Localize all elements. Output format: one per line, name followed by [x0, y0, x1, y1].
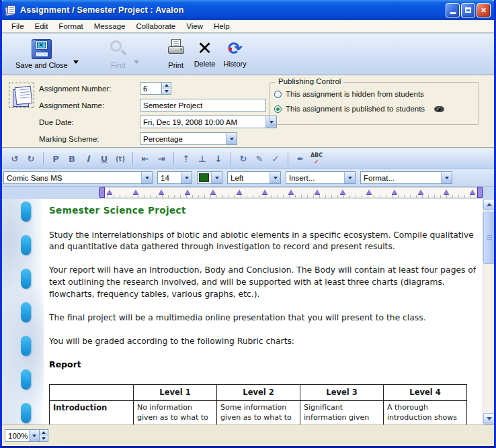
undo-icon[interactable]: ↺	[7, 151, 22, 166]
delete-button[interactable]: ✕ Delete	[190, 38, 220, 69]
marking-scheme-label: Marking Scheme:	[39, 135, 140, 143]
insert-dropdown-arrow-icon[interactable]	[344, 172, 355, 183]
ruler-row	[2, 187, 494, 199]
paragraph-icon[interactable]: P	[48, 151, 63, 166]
zoom-level-dropdown[interactable]: 100%	[5, 429, 40, 442]
font-family-dropdown-arrow-icon[interactable]	[141, 172, 152, 183]
ruler[interactable]	[101, 187, 481, 198]
title-bar: Assignment / Semester Project : Avalon ✕	[0, 0, 496, 20]
menu-collaborate[interactable]: Collaborate	[130, 21, 181, 32]
find-icon	[108, 39, 128, 59]
spellcheck-icon[interactable]: ABC ✓	[309, 151, 324, 166]
vertical-scrollbar[interactable]	[483, 199, 494, 424]
eye-icon	[434, 106, 444, 112]
font-color-swatch	[199, 173, 209, 182]
status-bar: 100%	[2, 424, 494, 446]
signature-icon[interactable]: ✒	[293, 151, 308, 166]
assignment-number-field[interactable]: 6	[140, 82, 162, 95]
ruler-right-stop-icon[interactable]	[477, 187, 483, 198]
pencil-icon[interactable]: ✎	[252, 151, 267, 166]
table-cell: No information given as to what to expec…	[134, 401, 217, 424]
table-header-cell: Level 4	[384, 385, 467, 401]
assignment-icon	[9, 83, 34, 108]
scroll-down-icon[interactable]	[483, 413, 494, 424]
menu-file[interactable]: File	[6, 21, 30, 32]
save-dropdown-arrow-icon[interactable]	[73, 60, 79, 64]
italic-icon[interactable]: I	[81, 151, 95, 166]
radio-published-option[interactable]: This assignment is published to students	[274, 105, 444, 113]
insert-dropdown[interactable]: Insert...	[286, 171, 356, 184]
stationery-margin	[2, 199, 44, 424]
app-icon	[5, 5, 17, 16]
due-date-dropdown[interactable]: Fri, Dec 19, 2008 10:00 AM	[140, 116, 277, 128]
application-window: Assignment / Semester Project : Avalon ✕…	[0, 0, 496, 448]
main-toolbar: ✕ Save and Close Find Print ✕ Delete ⟳ H…	[2, 33, 494, 75]
print-button[interactable]: Print	[162, 38, 190, 71]
indent-icon[interactable]: ⇥	[154, 151, 169, 166]
close-button[interactable]: ✕	[477, 3, 491, 17]
rubric-table: Level 1 Level 2 Level 3 Level 4 Introduc…	[49, 384, 467, 424]
due-date-label: Due Date:	[39, 118, 140, 126]
baseline-icon[interactable]: ⊥	[195, 151, 210, 166]
table-cell: Significant information given reader is …	[300, 401, 384, 424]
menu-help[interactable]: Help	[208, 21, 235, 32]
maximize-button[interactable]	[461, 3, 475, 17]
alignment-dropdown-arrow-icon[interactable]	[270, 172, 280, 183]
underline-icon[interactable]: U	[97, 151, 112, 166]
marking-scheme-dropdown[interactable]: Percentage	[140, 132, 237, 145]
document-heading: Semester Science Project	[49, 204, 478, 218]
marking-scheme-dropdown-arrow-icon[interactable]	[226, 133, 237, 144]
document-body[interactable]: Semester Science Project Study the inter…	[44, 199, 482, 424]
move-down-icon[interactable]: ↓	[211, 151, 226, 166]
find-dropdown-arrow-icon[interactable]	[134, 60, 139, 64]
font-color-dropdown[interactable]	[197, 171, 222, 184]
radio-selected-icon[interactable]	[274, 105, 282, 113]
minimize-button[interactable]	[446, 3, 460, 17]
redo-icon[interactable]: ↻	[24, 151, 38, 166]
table-header-cell	[50, 385, 134, 401]
font-controls-row: Comic Sans MS 14 Left Insert... Format..…	[2, 169, 494, 187]
ruler-left-stop-icon[interactable]	[99, 187, 105, 198]
outdent-icon[interactable]: ⇤	[138, 151, 153, 166]
history-button[interactable]: ⟳ History	[219, 38, 250, 69]
document-paragraph: Your report will have an Introduction, B…	[49, 265, 478, 300]
zoom-spinner[interactable]	[40, 429, 48, 442]
alignment-dropdown[interactable]: Left	[227, 171, 281, 184]
document-paragraph: You will be graded according to the foll…	[49, 336, 478, 348]
menu-bar: File Edit Format Message Collaborate Vie…	[2, 20, 494, 33]
font-size-dropdown[interactable]: 14	[157, 171, 192, 184]
formatting-toolbar: ↺ ↻ P B I U (t) ⇤ ⇥ ⇡ ⊥ ↓ ↻ ✎ ✓ ✒ ABC ✓	[2, 148, 494, 169]
font-size-dropdown-arrow-icon[interactable]	[181, 172, 192, 183]
space-above-icon[interactable]: ⇡	[179, 151, 194, 166]
document-editor[interactable]: Semester Science Project Study the inter…	[2, 199, 494, 424]
assignment-number-label: Assignment Number:	[39, 85, 140, 93]
font-family-dropdown[interactable]: Comic Sans MS	[3, 171, 153, 184]
radio-hidden-option[interactable]: This assignment is hidden from students	[274, 90, 424, 98]
save-and-close-button[interactable]: ✕ Save and Close	[11, 38, 72, 71]
radio-unselected-icon[interactable]	[274, 91, 282, 98]
menu-format[interactable]: Format	[53, 21, 88, 32]
assignment-name-field[interactable]	[140, 99, 266, 111]
accept-icon[interactable]: ✓	[268, 151, 283, 166]
citation-icon[interactable]: (t)	[113, 151, 128, 166]
refresh-icon[interactable]: ↻	[236, 151, 251, 166]
document-section-heading: Report	[49, 359, 478, 371]
format-dropdown[interactable]: Format...	[360, 171, 452, 184]
zoom-dropdown-arrow-icon[interactable]	[29, 430, 39, 441]
scroll-up-icon[interactable]	[483, 199, 494, 210]
bold-icon[interactable]: B	[65, 151, 79, 166]
scrollbar-thumb[interactable]	[483, 212, 494, 264]
menu-message[interactable]: Message	[89, 21, 131, 32]
format-dropdown-arrow-icon[interactable]	[441, 172, 452, 183]
publishing-control-legend: Publishing Control	[276, 77, 343, 85]
table-cell: A thorough introduction shows that the w…	[384, 401, 467, 424]
font-color-dropdown-arrow-icon[interactable]	[211, 172, 222, 183]
menu-edit[interactable]: Edit	[30, 21, 54, 32]
find-button[interactable]: Find	[104, 38, 132, 71]
menu-view[interactable]: View	[181, 21, 208, 32]
assignment-number-spinner[interactable]	[162, 82, 171, 95]
assignment-form: Assignment Number: 6 Assignment Name: Du…	[2, 76, 494, 148]
table-row: Introduction No information given as to …	[50, 401, 467, 424]
history-icon: ⟳	[228, 39, 243, 58]
assignment-name-label: Assignment Name:	[39, 101, 140, 109]
